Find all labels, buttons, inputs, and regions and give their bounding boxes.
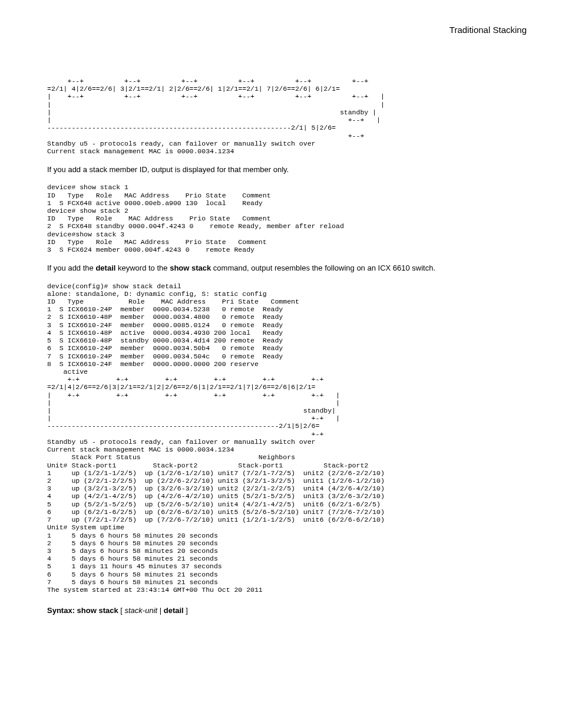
syntax-arg-stack-unit: stack-unit <box>125 606 158 615</box>
syntax-label: Syntax: show stack <box>47 606 118 615</box>
para2-keyword-showstack: show stack <box>170 263 211 272</box>
syntax-close-bracket: ] <box>184 606 188 615</box>
para2-keyword-detail: detail <box>95 263 115 272</box>
syntax-open-bracket: [ <box>118 606 125 615</box>
cli-output-show-stack-detail: device(config)# show stack detail alone:… <box>47 282 515 594</box>
syntax-line: Syntax: show stack [ stack-unit | detail… <box>47 605 515 616</box>
para2-text-post: command, output resembles the following … <box>211 263 435 272</box>
cli-output-show-stack-members: device# show stack 1 ID Type Role MAC Ad… <box>47 183 515 253</box>
running-header: Traditional Stacking <box>47 24 527 36</box>
paragraph-detail-keyword-note: If you add the detail keyword to the sho… <box>47 263 515 274</box>
syntax-keyword-detail: detail <box>164 606 184 615</box>
para2-text-pre: If you add the <box>47 263 95 272</box>
syntax-separator: | <box>157 606 164 615</box>
cli-output-topology: +--+ +--+ +--+ +--+ +--+ +--+ =2/1| 4|2/… <box>47 77 515 155</box>
para2-text-mid: keyword to the <box>115 263 170 272</box>
paragraph-member-id-note: If you add a stack member ID, output is … <box>47 164 515 175</box>
